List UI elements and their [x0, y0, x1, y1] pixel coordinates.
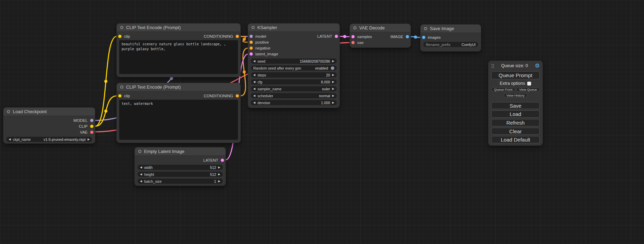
node-titlebar[interactable]: Save Image [421, 25, 481, 33]
next-arrow-icon[interactable]: ▶ [88, 138, 90, 141]
denoise-stepper[interactable]: ◀ denoise 1.000 ▶ [251, 100, 337, 105]
collapse-dot[interactable] [120, 85, 123, 89]
next-arrow-icon[interactable]: ▶ [332, 88, 334, 90]
node-titlebar[interactable]: KSampler [248, 24, 339, 32]
slot-label: images [428, 35, 441, 39]
node-titlebar[interactable]: Load Checkpoint [3, 108, 95, 116]
sampler-name-combo[interactable]: ◀ sampler_name euler ▶ [251, 86, 337, 91]
prev-arrow-icon[interactable]: ◀ [253, 88, 255, 90]
model-input-dot[interactable] [249, 35, 253, 38]
increment-arrow-icon[interactable]: ▶ [332, 81, 334, 83]
increment-arrow-icon[interactable]: ▶ [332, 74, 334, 76]
node-titlebar[interactable]: VAE Decode [350, 24, 411, 32]
positive-input-dot[interactable] [249, 40, 253, 44]
random-seed-toggle[interactable]: Random seed after every gen enabled [251, 65, 337, 71]
latent-output-dot[interactable] [335, 35, 338, 38]
slot-label: CONDITIONING [204, 94, 233, 98]
samples-input-dot[interactable] [351, 35, 355, 38]
collapse-dot[interactable] [120, 26, 123, 29]
decrement-arrow-icon[interactable]: ◀ [253, 60, 255, 63]
decrement-arrow-icon[interactable]: ◀ [140, 166, 142, 169]
load-default-button[interactable]: Load Default [491, 136, 540, 143]
node-titlebar[interactable]: CLIP Text Encode (Prompt) [117, 24, 240, 32]
increment-arrow-icon[interactable]: ▶ [332, 60, 334, 63]
seed-stepper[interactable]: ◀ seed 156680208700286 ▶ [251, 58, 337, 64]
node-titlebar[interactable]: Empty Latent Image [135, 147, 226, 156]
view-history-button[interactable]: View History [504, 93, 528, 98]
steps-stepper[interactable]: ◀ steps 20 ▶ [251, 72, 337, 78]
vae-input-dot[interactable] [351, 41, 355, 44]
prompt-textarea[interactable]: beautiful scenery nature glass bottle la… [119, 40, 238, 74]
node-clip-text-encode-positive[interactable]: CLIP Text Encode (Prompt) clip CONDITION… [117, 24, 240, 77]
node-ksampler[interactable]: KSampler model LATENT positive [248, 24, 339, 108]
image-output-dot[interactable] [406, 35, 409, 38]
node-vae-decode[interactable]: VAE Decode samples IMAGE vae [350, 24, 411, 47]
widget-value: 512 [210, 165, 216, 170]
load-button[interactable]: Load [491, 110, 540, 118]
node-title: CLIP Text Encode (Prompt) [126, 25, 181, 30]
model-output-dot[interactable] [90, 119, 94, 122]
queue-front-button[interactable]: Queue Front [491, 87, 515, 92]
latent-output-dot[interactable] [221, 159, 224, 162]
collapse-dot[interactable] [138, 150, 141, 153]
collapse-dot[interactable] [424, 27, 427, 30]
node-titlebar[interactable]: CLIP Text Encode (Prompt) [117, 83, 240, 91]
input-slot-images: images [424, 35, 441, 39]
cfg-stepper[interactable]: ◀ cfg 8.000 ▶ [251, 79, 337, 84]
node-graph-canvas[interactable]: Load Checkpoint MODEL CLIP VAE [0, 0, 644, 244]
clip-input-dot[interactable] [118, 35, 122, 38]
width-stepper[interactable]: ◀ width 512 ▶ [138, 165, 223, 170]
view-queue-button[interactable]: View Queue [516, 87, 540, 92]
drag-handle-icon[interactable] [491, 64, 494, 68]
clip-output-dot[interactable] [90, 125, 94, 128]
height-stepper[interactable]: ◀ height 512 ▶ [138, 172, 223, 177]
node-empty-latent-image[interactable]: Empty Latent Image LATENT ◀ width 512 ▶ … [135, 147, 226, 186]
latent-image-input-dot[interactable] [249, 52, 253, 56]
ckpt-name-combo[interactable]: ◀ ckpt_name v1-5-pruned-emaonly.ckpt ▶ [6, 137, 92, 142]
input-slot-negative: negative [251, 46, 270, 50]
widget-label: Random seed after every gen [253, 66, 301, 70]
scheduler-combo[interactable]: ◀ scheduler normal ▶ [251, 93, 337, 98]
decrement-arrow-icon[interactable]: ◀ [140, 180, 142, 183]
conditioning-output-dot[interactable] [236, 94, 239, 98]
increment-arrow-icon[interactable]: ▶ [218, 166, 220, 169]
settings-gear-icon[interactable]: ⚙ [535, 63, 540, 69]
node-title: Save Image [430, 26, 454, 31]
collapse-dot[interactable] [353, 26, 356, 29]
refresh-button[interactable]: Refresh [491, 119, 540, 126]
decrement-arrow-icon[interactable]: ◀ [253, 74, 255, 76]
queue-prompt-button[interactable]: Queue Prompt [491, 71, 540, 79]
clear-button[interactable]: Clear [491, 128, 540, 135]
collapse-dot[interactable] [252, 26, 255, 29]
increment-arrow-icon[interactable]: ▶ [332, 101, 334, 104]
node-load-checkpoint[interactable]: Load Checkpoint MODEL CLIP VAE [3, 108, 95, 143]
decrement-arrow-icon[interactable]: ◀ [253, 101, 255, 104]
conditioning-output-dot[interactable] [236, 35, 239, 38]
negative-input-dot[interactable] [249, 46, 253, 50]
slot-label: LATENT [203, 158, 218, 162]
prompt-textarea[interactable]: text, watermark [119, 100, 238, 140]
queue-panel[interactable]: Queue size: 0 ⚙ Queue Prompt Extra optio… [488, 61, 542, 145]
input-slot-vae: vae [353, 40, 364, 45]
node-clip-text-encode-negative[interactable]: CLIP Text Encode (Prompt) clip CONDITION… [117, 83, 240, 143]
slot-label: CLIP [79, 124, 88, 128]
decrement-arrow-icon[interactable]: ◀ [140, 173, 142, 176]
prev-arrow-icon[interactable]: ◀ [253, 94, 255, 97]
clip-input-dot[interactable] [118, 94, 122, 98]
collapse-dot[interactable] [7, 110, 10, 113]
slot-label: CONDITIONING [204, 34, 233, 38]
toggle-knob[interactable] [331, 66, 334, 70]
filename-prefix-field[interactable]: filename_prefix ComfyUI [423, 42, 478, 47]
vae-output-dot[interactable] [90, 130, 94, 134]
images-input-dot[interactable] [422, 36, 425, 39]
node-save-image[interactable]: Save Image images filename_prefix ComfyU… [421, 25, 481, 51]
input-slot-samples: samples [353, 35, 372, 39]
extra-options-checkbox[interactable] [527, 82, 531, 85]
save-button[interactable]: Save [491, 102, 540, 109]
next-arrow-icon[interactable]: ▶ [332, 94, 334, 97]
prev-arrow-icon[interactable]: ◀ [9, 138, 11, 141]
decrement-arrow-icon[interactable]: ◀ [253, 81, 255, 83]
increment-arrow-icon[interactable]: ▶ [218, 180, 220, 183]
batch-size-stepper[interactable]: ◀ batch_size 1 ▶ [138, 179, 223, 184]
increment-arrow-icon[interactable]: ▶ [218, 173, 220, 176]
